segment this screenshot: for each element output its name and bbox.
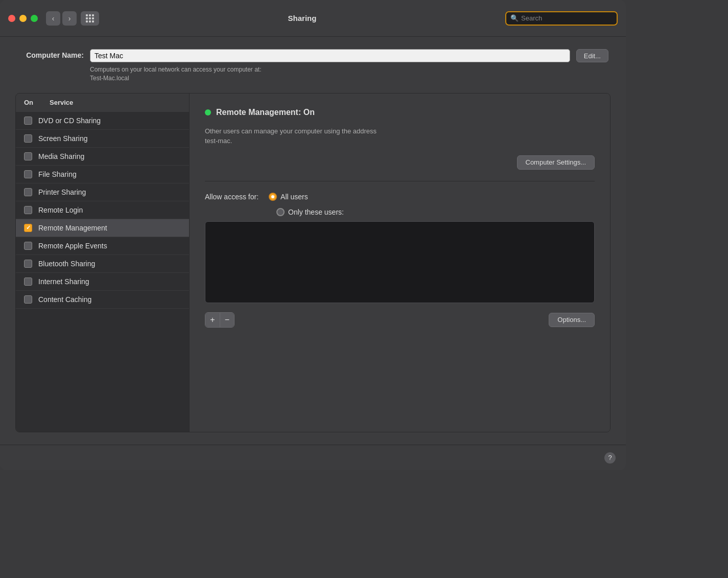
- service-name-dvd: DVD or CD Sharing: [38, 117, 101, 125]
- service-checkbox-screen-sharing[interactable]: [24, 134, 32, 143]
- service-name-printer-sharing: Printer Sharing: [38, 188, 86, 196]
- search-icon: 🔍: [510, 14, 519, 22]
- service-name-internet-sharing: Internet Sharing: [38, 278, 89, 286]
- service-name-bluetooth-sharing: Bluetooth Sharing: [38, 260, 95, 268]
- users-box: [205, 221, 595, 303]
- computer-name-label: Computer Name:: [17, 49, 84, 59]
- options-button[interactable]: Options...: [549, 313, 595, 327]
- radio-all-users-circle[interactable]: [269, 193, 277, 201]
- search-input[interactable]: [521, 14, 613, 22]
- service-name-remote-login: Remote Login: [38, 206, 83, 214]
- service-item-remote-management[interactable]: Remote Management: [16, 219, 189, 237]
- service-item-printer-sharing[interactable]: Printer Sharing: [16, 183, 189, 201]
- access-section: Allow access for: All users Only these u…: [205, 193, 595, 328]
- edit-button[interactable]: Edit...: [576, 49, 608, 62]
- service-item-file-sharing[interactable]: File Sharing: [16, 166, 189, 183]
- service-name-remote-management: Remote Management: [38, 224, 107, 232]
- service-checkbox-printer-sharing[interactable]: [24, 188, 32, 196]
- add-remove-group: + −: [205, 312, 234, 328]
- service-checkbox-content-caching[interactable]: [24, 295, 32, 304]
- service-name-content-caching: Content Caching: [38, 295, 91, 304]
- service-item-screen-sharing[interactable]: Screen Sharing: [16, 130, 189, 148]
- service-name-remote-apple-events: Remote Apple Events: [38, 242, 107, 250]
- divider: [205, 181, 595, 181]
- forward-button[interactable]: ›: [62, 11, 77, 26]
- search-box[interactable]: 🔍: [505, 11, 618, 26]
- remove-user-button[interactable]: −: [220, 313, 234, 327]
- close-button[interactable]: [8, 15, 15, 22]
- access-inline: Allow access for: All users: [205, 193, 595, 201]
- computer-settings-button[interactable]: Computer Settings...: [517, 155, 595, 170]
- computer-name-section: Computer Name: Edit... Computers on your…: [15, 49, 610, 83]
- users-controls: + − Options...: [205, 312, 595, 328]
- service-checkbox-dvd[interactable]: [24, 117, 32, 125]
- service-name-file-sharing: File Sharing: [38, 170, 77, 178]
- radio-all-users-label: All users: [280, 193, 308, 201]
- window: ‹ › Sharing 🔍 Computer Name: E: [0, 0, 626, 470]
- service-item-dvd[interactable]: DVD or CD Sharing: [16, 112, 189, 130]
- radio-only-users[interactable]: Only these users:: [276, 208, 595, 216]
- service-checkbox-internet-sharing[interactable]: [24, 278, 32, 286]
- grid-icon: [86, 14, 94, 22]
- service-checkbox-remote-management[interactable]: [24, 224, 32, 232]
- titlebar: ‹ › Sharing 🔍: [0, 0, 626, 37]
- services-list: On Service DVD or CD Sharing Screen Shar…: [16, 94, 190, 432]
- grid-button[interactable]: [81, 11, 99, 26]
- service-checkbox-media-sharing[interactable]: [24, 152, 32, 160]
- service-description: Other users can manage your computer usi…: [205, 126, 595, 146]
- service-title: Remote Management: On: [216, 108, 315, 117]
- computer-name-input[interactable]: [90, 49, 570, 62]
- service-item-internet-sharing[interactable]: Internet Sharing: [16, 273, 189, 291]
- services-header-service: Service: [50, 99, 73, 106]
- computer-name-input-row: Edit...: [90, 49, 608, 62]
- service-checkbox-remote-login[interactable]: [24, 206, 32, 214]
- services-header-on: On: [24, 99, 50, 106]
- service-item-remote-apple-events[interactable]: Remote Apple Events: [16, 237, 189, 255]
- computer-name-right: Edit... Computers on your local network …: [90, 49, 608, 83]
- status-dot: [205, 109, 211, 115]
- service-item-content-caching[interactable]: Content Caching: [16, 291, 189, 309]
- service-item-bluetooth-sharing[interactable]: Bluetooth Sharing: [16, 255, 189, 273]
- window-title: Sharing: [99, 14, 505, 22]
- detail-panel: Remote Management: On Other users can ma…: [190, 94, 610, 432]
- service-name-media-sharing: Media Sharing: [38, 152, 84, 160]
- service-checkbox-bluetooth-sharing[interactable]: [24, 260, 32, 268]
- access-label: Allow access for:: [205, 193, 259, 201]
- service-status-row: Remote Management: On: [205, 108, 595, 117]
- radio-all-users[interactable]: All users: [269, 193, 308, 201]
- service-name-screen-sharing: Screen Sharing: [38, 134, 88, 143]
- bottom-bar: ?: [0, 445, 626, 470]
- traffic-lights: [8, 15, 38, 22]
- main-panel: On Service DVD or CD Sharing Screen Shar…: [15, 93, 610, 432]
- content: Computer Name: Edit... Computers on your…: [0, 37, 626, 445]
- help-button[interactable]: ?: [604, 452, 616, 464]
- service-checkbox-file-sharing[interactable]: [24, 170, 32, 178]
- minimize-button[interactable]: [19, 15, 27, 22]
- nav-buttons: ‹ ›: [46, 11, 99, 26]
- radio-only-users-label: Only these users:: [288, 208, 344, 216]
- service-checkbox-remote-apple-events[interactable]: [24, 242, 32, 250]
- maximize-button[interactable]: [31, 15, 38, 22]
- back-button[interactable]: ‹: [46, 11, 60, 26]
- services-header: On Service: [16, 94, 189, 112]
- computer-name-hint: Computers on your local network can acce…: [90, 65, 608, 83]
- service-item-remote-login[interactable]: Remote Login: [16, 201, 189, 219]
- service-item-media-sharing[interactable]: Media Sharing: [16, 148, 189, 166]
- add-user-button[interactable]: +: [205, 313, 220, 327]
- radio-only-users-circle[interactable]: [276, 208, 285, 216]
